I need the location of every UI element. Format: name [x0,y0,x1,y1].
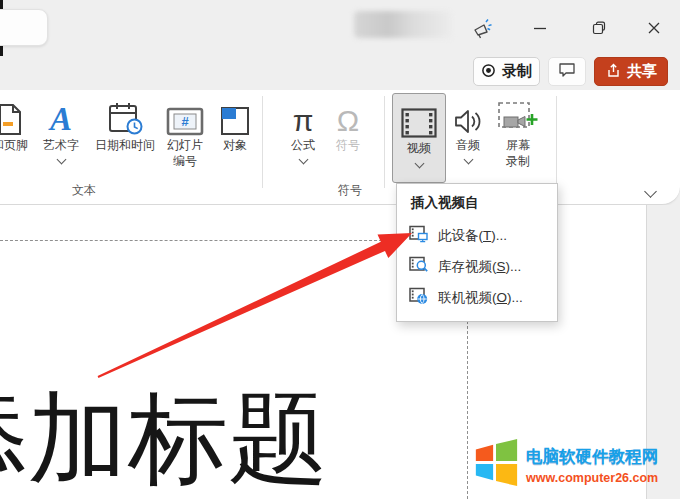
comment-bubble-icon [558,62,576,81]
screen-record-icon [492,94,544,136]
window-tab-stub [0,9,48,46]
restore-button[interactable] [587,16,611,40]
coming-soon-megaphone-icon[interactable] [470,16,494,40]
share-button[interactable]: 共享 [594,57,668,86]
ribbon-insert-tab-panel: 和页脚 A 艺术字 日期和时间 [0,90,680,205]
ribbon-item-screen-record[interactable]: 屏幕 录制 [492,94,544,168]
comments-button[interactable] [548,57,586,86]
ribbon-item-video-active[interactable]: 视频 [392,93,446,183]
header-footer-label: 和页脚 [0,138,32,152]
ribbon-separator [556,96,557,188]
ribbon-separator [262,96,263,188]
watermark-text: 电脑软硬件教程网 www.computer26.com [526,446,658,485]
ribbon-item-wordart[interactable]: A 艺术字 [38,94,84,166]
blurred-account-name [354,11,452,38]
screen-record-label-line1: 屏幕 [492,138,544,152]
datetime-label: 日期和时间 [94,138,156,152]
menu-item-this-device[interactable]: 此设备(T)... [397,220,557,251]
collapse-ribbon-chevron-icon[interactable] [646,182,655,200]
insert-video-menu-header: 插入视频自 [397,191,557,220]
watermark-site-url: www.computer26.com [526,471,658,485]
screen-record-label-line2: 录制 [492,154,544,168]
audio-label: 音频 [446,138,490,152]
share-icon [605,62,621,81]
chevron-down-icon [298,155,308,165]
share-button-label: 共享 [627,62,657,81]
wordart-icon: A [38,94,84,136]
symbol-label: 符号 [326,138,370,152]
slide-number-label-line2: 编号 [162,154,208,168]
ribbon-group-text-label: 文本 [54,182,114,199]
ribbon-item-slide-number[interactable]: # 幻灯片 编号 [162,94,208,168]
menu-item-stock-videos-label: 库存视频(S)... [438,258,521,276]
object-label: 对象 [212,138,258,152]
slide-title-placeholder[interactable]: 添加标题 [0,386,328,491]
ribbon-group-symbols-label: 符号 [320,182,380,199]
wordart-label: 艺术字 [38,138,84,152]
ribbon-item-formula[interactable]: π 公式 [281,94,325,166]
menu-item-stock-videos[interactable]: 库存视频(S)... [397,251,557,282]
record-button-label: 录制 [502,62,532,81]
slide-number-icon: # [162,94,208,136]
menu-item-this-device-label: 此设备(T)... [438,227,507,245]
ribbon-item-datetime[interactable]: 日期和时间 [94,94,156,152]
header-footer-icon [0,94,32,136]
symbol-omega-icon: Ω [326,94,370,136]
formula-label: 公式 [281,138,325,152]
chevron-down-icon [414,159,424,169]
svg-text:#: # [181,114,189,129]
video-this-device-icon [409,225,429,246]
record-button[interactable]: 录制 [473,57,540,86]
slide-number-label-line1: 幻灯片 [162,138,208,152]
watermark-site-name: 电脑软硬件教程网 [526,446,658,468]
placeholder-border-right [467,316,468,499]
ribbon-item-object[interactable]: 对象 [212,94,258,152]
watermark: 电脑软硬件教程网 www.computer26.com [472,436,658,494]
close-button[interactable] [642,16,666,40]
chevron-down-icon [463,155,473,165]
menu-item-online-video[interactable]: 联机视频(O)... [397,282,557,313]
placeholder-border-top [0,240,397,241]
insert-video-menu: 插入视频自 此设备(T)... 库存视 [396,183,558,322]
audio-speaker-icon [446,94,490,136]
video-label: 视频 [407,140,431,157]
chevron-down-icon [56,155,66,165]
ribbon-item-header-footer[interactable]: 和页脚 [0,94,32,152]
video-stock-icon [409,256,429,277]
menu-item-online-video-label: 联机视频(O)... [438,289,523,307]
windows-flag-logo [472,436,520,494]
video-online-icon [409,287,429,308]
record-icon [481,63,496,81]
video-filmstrip-icon [401,94,437,138]
ribbon-item-audio[interactable]: 音频 [446,94,490,166]
ribbon-item-symbol[interactable]: Ω 符号 [326,94,370,152]
formula-pi-icon: π [281,94,325,136]
powerpoint-window: 录制 共享 和页脚 [0,0,680,499]
minimize-button[interactable] [528,16,552,40]
object-icon [212,94,258,136]
date-time-icon [94,94,156,136]
ribbon-separator [384,96,385,188]
